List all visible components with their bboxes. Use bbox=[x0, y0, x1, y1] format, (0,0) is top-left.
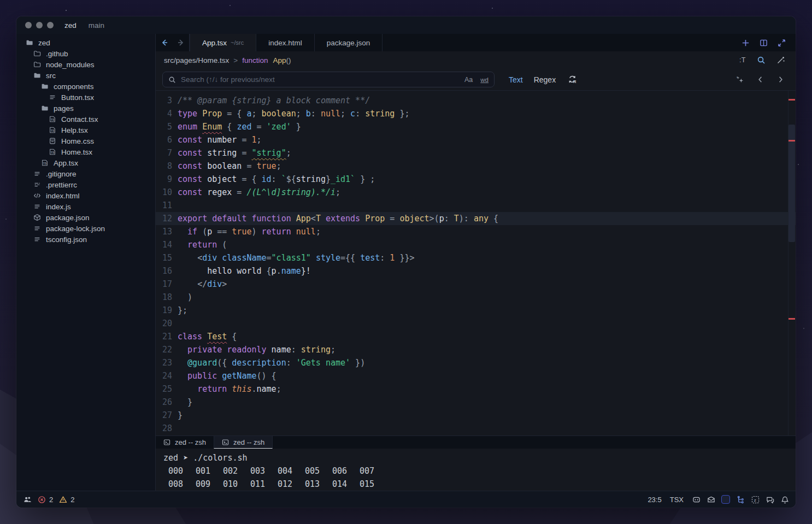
terminal-tab[interactable]: zed -- zsh bbox=[214, 436, 273, 449]
code-line[interactable]: 13 if (p == true) return null; bbox=[156, 225, 796, 238]
breadcrumb-symbol-keyword[interactable]: function bbox=[242, 56, 268, 64]
maximize-pane-icon[interactable] bbox=[778, 39, 786, 47]
code-line[interactable]: 5enum Enum { zed = 'zed' } bbox=[156, 120, 796, 133]
close-window-button[interactable] bbox=[25, 22, 32, 28]
minimize-window-button[interactable] bbox=[36, 22, 43, 28]
code-line[interactable]: 15 <div className="class1" style={{ test… bbox=[156, 251, 796, 264]
code-line[interactable]: 20 bbox=[156, 317, 796, 330]
git-branch[interactable]: main bbox=[89, 21, 104, 30]
search-input[interactable] bbox=[181, 75, 457, 84]
code-line[interactable]: 8const boolean = true; bbox=[156, 160, 796, 173]
sidebar-item-package.json[interactable]: package.json bbox=[16, 212, 155, 223]
scrollbar-thumb[interactable] bbox=[789, 125, 795, 242]
tab-index.html[interactable]: index.html bbox=[256, 34, 315, 51]
terminal-icon[interactable] bbox=[721, 495, 730, 504]
search-mode-text-button[interactable]: Text bbox=[509, 75, 523, 84]
breadcrumb-path[interactable]: src/pages/Home.tsx bbox=[164, 56, 229, 64]
sidebar-item-button.tsx[interactable]: Button.tsx bbox=[16, 92, 155, 103]
search-mode-regex-button[interactable]: Regex bbox=[534, 75, 556, 84]
tab-app.tsx[interactable]: App.tsx~/src bbox=[190, 34, 256, 51]
sidebar-item-home.css[interactable]: Home.css bbox=[16, 136, 155, 146]
code-editor[interactable]: 3/** @param {string} a block comment **/… bbox=[156, 91, 796, 435]
breadcrumb-symbol-name[interactable]: App bbox=[273, 56, 286, 64]
code-line[interactable]: 18 ) bbox=[156, 291, 796, 304]
sidebar-item-.github[interactable]: .github bbox=[16, 48, 155, 59]
error-icon[interactable] bbox=[37, 495, 46, 504]
new-tab-icon[interactable] bbox=[742, 39, 750, 47]
code-line[interactable]: 7const string = "strig"; bbox=[156, 146, 796, 160]
cursor-position[interactable]: 23:5 bbox=[648, 496, 661, 504]
magic-wand-icon[interactable] bbox=[776, 56, 785, 64]
project-title[interactable]: zed bbox=[64, 21, 77, 30]
sidebar-item-.gitignore[interactable]: .gitignore bbox=[16, 168, 155, 179]
sidebar-item-help.tsx[interactable]: TSHelp.tsx bbox=[16, 125, 155, 136]
nav-forward-icon[interactable] bbox=[176, 38, 185, 47]
project-tree-icon[interactable] bbox=[736, 495, 745, 504]
chat-icon[interactable] bbox=[766, 495, 774, 504]
code-line[interactable]: 9const object = { id: `${string}_id1` } … bbox=[156, 173, 796, 186]
match-case-button[interactable]: Aa bbox=[464, 76, 473, 84]
sidebar-item-tsconfig.json[interactable]: tsconfig.json bbox=[16, 234, 155, 245]
error-count[interactable]: 2 bbox=[49, 496, 53, 504]
code-line[interactable]: 19}; bbox=[156, 304, 796, 317]
nav-back-icon[interactable] bbox=[160, 38, 169, 47]
warning-count[interactable]: 2 bbox=[70, 496, 74, 504]
cycle-search-mode-icon[interactable]: R bbox=[568, 75, 577, 84]
code-line[interactable]: 4type Prop = { a; boolean; b: null; c: s… bbox=[156, 107, 796, 120]
color-code: 000 bbox=[168, 464, 196, 478]
code-line[interactable]: 16 hello world {p.name}! bbox=[156, 264, 796, 278]
inline-type-hints-icon[interactable]: :T bbox=[739, 56, 746, 64]
breadcrumb[interactable]: src/pages/Home.tsx > function App () :T bbox=[156, 51, 796, 69]
sidebar-item-src[interactable]: src bbox=[16, 70, 155, 81]
terminal-tab[interactable]: zed -- zsh bbox=[156, 436, 214, 449]
code-line[interactable]: 24 public getName() { bbox=[156, 369, 796, 382]
code-line[interactable]: 26 } bbox=[156, 396, 796, 409]
sidebar-item-components[interactable]: components bbox=[16, 81, 155, 92]
sidebar-item-.prettierrc[interactable]: .prettierrc bbox=[16, 179, 155, 190]
sidebar-item-contact.tsx[interactable]: TSContact.tsx bbox=[16, 114, 155, 125]
sidebar-item-package-lock.json[interactable]: package-lock.json bbox=[16, 223, 155, 234]
zoom-window-button[interactable] bbox=[47, 22, 54, 28]
warning-icon[interactable] bbox=[58, 495, 67, 504]
buffer-search-icon[interactable] bbox=[757, 56, 766, 64]
next-match-icon[interactable] bbox=[776, 75, 785, 84]
code-line[interactable]: 23 @guard({ description: 'Gets name' }) bbox=[156, 356, 796, 369]
code-line[interactable]: 10const regex = /(L^\d]string).*/i; bbox=[156, 186, 796, 199]
whole-word-button[interactable]: wd bbox=[480, 76, 489, 83]
code-line[interactable]: 3/** @param {string} a block comment **/ bbox=[156, 94, 796, 107]
color-code: 014 bbox=[332, 478, 360, 491]
sidebar-item-index.html[interactable]: index.html bbox=[16, 190, 155, 201]
code-line[interactable]: 17 </div> bbox=[156, 278, 796, 291]
envelope-icon[interactable] bbox=[707, 495, 715, 504]
code-line[interactable]: 12export default function App<T extends … bbox=[156, 212, 796, 225]
html-icon bbox=[33, 192, 41, 200]
collaboration-icon[interactable] bbox=[23, 495, 32, 504]
sidebar-item-app.tsx[interactable]: TSApp.tsx bbox=[16, 157, 155, 168]
code-line[interactable]: 28 bbox=[156, 422, 796, 435]
tab-package.json[interactable]: package.json bbox=[315, 34, 383, 51]
sidebar-item-node_modules[interactable]: node_modules bbox=[16, 59, 155, 70]
search-box[interactable]: Aa wd bbox=[162, 72, 495, 87]
code-line[interactable]: 14 return ( bbox=[156, 238, 796, 251]
zed-assistant-icon[interactable]: z bbox=[751, 495, 760, 504]
sidebar-item-pages[interactable]: pages bbox=[16, 103, 155, 114]
code-line[interactable]: 11 bbox=[156, 199, 796, 212]
language-indicator[interactable]: TSX bbox=[670, 496, 684, 504]
sidebar-item-zed[interactable]: zed bbox=[16, 37, 155, 48]
code-line[interactable]: 25 return this.name; bbox=[156, 382, 796, 396]
sparkle-replace-icon[interactable]: s bbox=[736, 75, 744, 84]
code-line[interactable]: 22 private readonly name: string; bbox=[156, 343, 796, 356]
sidebar-item-index.js[interactable]: index.js bbox=[16, 201, 155, 212]
split-pane-icon[interactable] bbox=[760, 39, 768, 47]
terminal-panel[interactable]: zed ➤ ./colors.sh 0000010020030040050060… bbox=[156, 449, 796, 491]
bell-icon[interactable] bbox=[780, 495, 789, 504]
sidebar-item-home.tsx[interactable]: TSHome.tsx bbox=[16, 146, 155, 157]
editor-scrollbar[interactable] bbox=[788, 91, 796, 435]
code-line[interactable]: 21class Test { bbox=[156, 330, 796, 343]
color-code: 007 bbox=[360, 464, 387, 478]
code-line[interactable]: 27} bbox=[156, 409, 796, 422]
copilot-icon[interactable] bbox=[692, 495, 701, 504]
code-line[interactable]: 6const number = 1; bbox=[156, 133, 796, 146]
project-panel[interactable]: zed.githubnode_modulessrccomponentsButto… bbox=[16, 34, 156, 491]
prev-match-icon[interactable] bbox=[756, 75, 764, 84]
